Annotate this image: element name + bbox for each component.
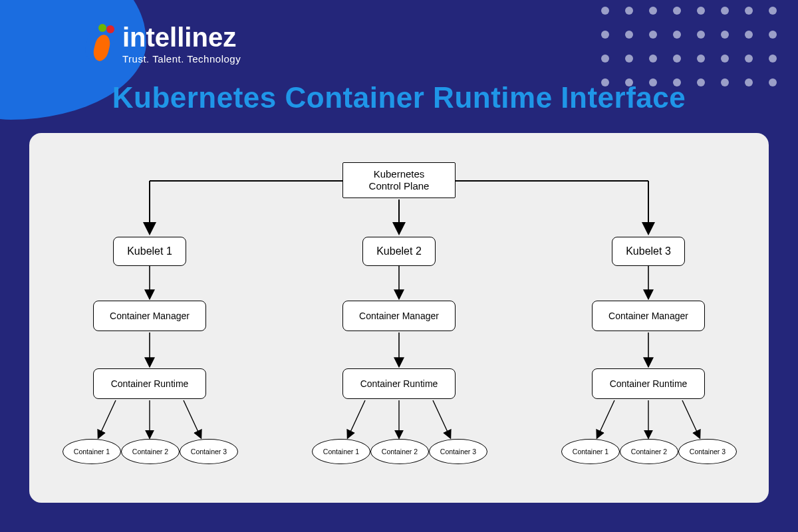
- node-container-a1: Container 1: [63, 439, 121, 464]
- brand-tagline: Trust. Talent. Technology: [122, 53, 241, 65]
- node-container-manager-1: Container Manager: [93, 301, 206, 331]
- node-container-manager-2: Container Manager: [342, 301, 456, 331]
- decorative-dot-grid: [601, 7, 778, 88]
- diagram-card: KubernetesControl Plane Kubelet 1 Contai…: [29, 133, 769, 503]
- page-title: Kubernetes Container Runtime Interface: [0, 81, 798, 114]
- node-kubelet-1: Kubelet 1: [113, 237, 186, 266]
- logo: intellinez Trust. Talent. Technology: [86, 24, 241, 65]
- node-container-a2: Container 2: [121, 439, 180, 464]
- node-container-runtime-1: Container Runtime: [93, 368, 206, 399]
- node-container-b3: Container 3: [429, 439, 487, 464]
- node-container-manager-3: Container Manager: [592, 301, 705, 331]
- node-container-c3: Container 3: [678, 439, 737, 464]
- node-container-c1: Container 1: [561, 439, 620, 464]
- node-control-plane: KubernetesControl Plane: [342, 162, 456, 198]
- node-kubelet-3: Kubelet 3: [612, 237, 685, 266]
- logo-icon: [86, 24, 116, 61]
- node-container-a3: Container 3: [180, 439, 238, 464]
- node-container-runtime-2: Container Runtime: [342, 368, 456, 399]
- node-container-c2: Container 2: [620, 439, 678, 464]
- brand-name: intellinez: [122, 24, 241, 51]
- node-container-b2: Container 2: [370, 439, 429, 464]
- node-container-runtime-3: Container Runtime: [592, 368, 705, 399]
- node-kubelet-2: Kubelet 2: [362, 237, 436, 266]
- node-container-b1: Container 1: [312, 439, 370, 464]
